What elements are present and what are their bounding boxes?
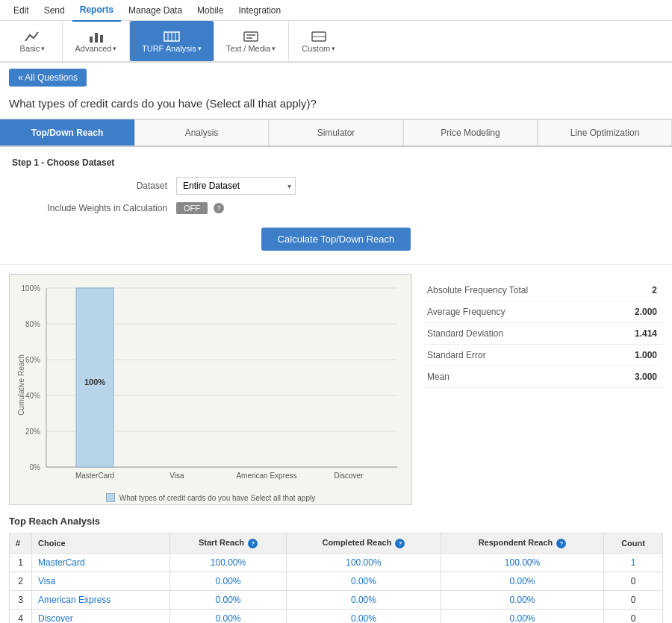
row1-num: 1 [10, 553, 32, 572]
stats-label-0: Absolute Frequency Total [424, 280, 605, 301]
toolbar-text-media[interactable]: Text / Media ▾ [214, 21, 289, 61]
nav-mobile[interactable]: Mobile [190, 0, 231, 21]
svg-rect-2 [100, 35, 103, 43]
table-row: 2 Visa 0.00% 0.00% 0.00% 0 [10, 572, 663, 590]
stats-row-4: Mean 3.000 [424, 366, 663, 388]
row2-respondent: 0.00% [441, 572, 604, 590]
stats-value-4: 3.000 [605, 366, 663, 388]
stats-label-4: Mean [424, 366, 605, 388]
custom-icon [310, 29, 328, 44]
row1-start: 100.00% [170, 553, 287, 572]
stats-table: Absolute Frequency Total 2 Average Frequ… [424, 280, 663, 388]
col-start-reach: Start Reach ? [170, 533, 287, 554]
toolbar-custom-label: Custom ▾ [302, 44, 335, 53]
chart-container: 100% 80% 60% 40% 20% 0% Cumulative Reach [9, 274, 412, 505]
stats-value-2: 1.414 [605, 323, 663, 345]
table-row: 3 American Express 0.00% 0.00% 0.00% 0 [10, 590, 663, 609]
svg-text:100%: 100% [84, 378, 105, 386]
col-num: # [10, 533, 32, 554]
toolbar-text-media-label: Text / Media ▾ [226, 44, 276, 53]
table-header-row: # Choice Start Reach ? Completed Reach ?… [10, 533, 663, 554]
stats-label-2: Standard Deviation [424, 323, 605, 345]
stats-row-0: Absolute Frequency Total 2 [424, 280, 663, 301]
toolbar-custom[interactable]: Custom ▾ [289, 21, 349, 61]
toolbar: Basic ▾ Advanced ▾ TURF Analysis ▾ [0, 21, 672, 63]
row4-start: 0.00% [170, 609, 287, 623]
breadcrumb-bar: « All Questions [0, 63, 672, 93]
weights-label: Include Weights in Calculation [12, 203, 176, 213]
row4-completed: 0.00% [286, 609, 441, 623]
calc-btn-row: Calculate Top/Down Reach [12, 222, 660, 254]
step1-title: Step 1 - Choose Dataset [12, 157, 660, 168]
top-nav: Edit Send Reports Manage Data Mobile Int… [0, 0, 672, 21]
svg-text:80%: 80% [25, 320, 40, 328]
nav-send[interactable]: Send [37, 0, 72, 21]
tab-analysis[interactable]: Analysis [134, 119, 269, 145]
tab-price-modeling[interactable]: Price Modeling [403, 119, 538, 145]
step1-section: Step 1 - Choose Dataset Dataset Entire D… [0, 147, 672, 265]
dataset-row: Dataset Entire Dataset ▾ [12, 177, 660, 195]
toolbar-advanced[interactable]: Advanced ▾ [63, 21, 130, 61]
chart-area: 100% 80% 60% 40% 20% 0% Cumulative Reach [9, 274, 412, 505]
calculate-button[interactable]: Calculate Top/Down Reach [261, 228, 411, 251]
chart-legend: What types of credit cards do you have S… [16, 493, 405, 502]
weights-info-icon[interactable]: ? [214, 203, 224, 213]
turf-chart-icon [163, 29, 181, 44]
stats-panel: Absolute Frequency Total 2 Average Frequ… [424, 274, 663, 505]
weights-toggle[interactable]: OFF [176, 202, 208, 214]
row3-choice: American Express [32, 590, 170, 609]
row3-respondent: 0.00% [441, 590, 604, 609]
row1-completed: 100.00% [286, 553, 441, 572]
col-count: Count [604, 533, 663, 554]
stats-value-1: 2.000 [605, 301, 663, 323]
toolbar-basic[interactable]: Basic ▾ [3, 21, 63, 61]
bar-chart-icon [87, 29, 105, 44]
row3-completed: 0.00% [286, 590, 441, 609]
svg-rect-0 [90, 37, 93, 43]
all-questions-button[interactable]: « All Questions [9, 69, 87, 87]
row1-count[interactable]: 1 [604, 553, 663, 572]
tab-top-down-reach[interactable]: Top/Down Reach [0, 119, 134, 145]
svg-rect-1 [95, 33, 98, 43]
dataset-select[interactable]: Entire Dataset [176, 177, 296, 195]
col-completed-reach: Completed Reach ? [286, 533, 441, 554]
completed-reach-help[interactable]: ? [395, 539, 405, 548]
svg-text:MasterCard: MasterCard [75, 472, 114, 480]
svg-text:60%: 60% [25, 356, 40, 364]
nav-integration[interactable]: Integration [231, 0, 288, 21]
toolbar-basic-label: Basic ▾ [20, 44, 46, 53]
row3-start: 0.00% [170, 590, 287, 609]
svg-text:Cumulative Reach: Cumulative Reach [17, 354, 25, 416]
nav-edit[interactable]: Edit [6, 0, 37, 21]
row3-count: 0 [604, 590, 663, 609]
svg-text:American Express: American Express [236, 472, 296, 480]
nav-manage-data[interactable]: Manage Data [121, 0, 190, 21]
weights-row: Include Weights in Calculation OFF ? [12, 202, 660, 214]
row4-choice: Discover [32, 609, 170, 623]
dataset-select-wrapper[interactable]: Entire Dataset ▾ [176, 177, 296, 195]
nav-reports[interactable]: Reports [72, 0, 121, 22]
stats-value-3: 1.000 [605, 345, 663, 366]
top-reach-table: # Choice Start Reach ? Completed Reach ?… [9, 533, 663, 623]
table-row: 1 MasterCard 100.00% 100.00% 100.00% 1 [10, 553, 663, 572]
row2-completed: 0.00% [286, 572, 441, 590]
start-reach-help[interactable]: ? [248, 539, 258, 548]
svg-text:0%: 0% [30, 463, 41, 472]
stats-label-3: Standard Error [424, 345, 605, 366]
toolbar-turf[interactable]: TURF Analysis ▾ [130, 21, 214, 61]
weights-controls: OFF ? [176, 202, 224, 214]
row1-choice: MasterCard [32, 553, 170, 572]
tab-simulator[interactable]: Simulator [269, 119, 403, 145]
toolbar-advanced-label: Advanced ▾ [75, 44, 117, 53]
svg-text:40%: 40% [25, 392, 40, 400]
tab-line-optimization[interactable]: Line Optimization [538, 119, 672, 145]
col-choice: Choice [32, 533, 170, 554]
respondent-reach-help[interactable]: ? [556, 539, 566, 548]
svg-rect-7 [244, 32, 258, 41]
question-title: What types of credit cards do you have (… [0, 93, 672, 119]
line-chart-icon [24, 29, 42, 44]
top-reach-title: Top Reach Analysis [9, 516, 663, 527]
toolbar-turf-label: TURF Analysis ▾ [142, 44, 202, 53]
row3-num: 3 [10, 590, 32, 609]
col-respondent-reach: Respondent Reach ? [441, 533, 604, 554]
